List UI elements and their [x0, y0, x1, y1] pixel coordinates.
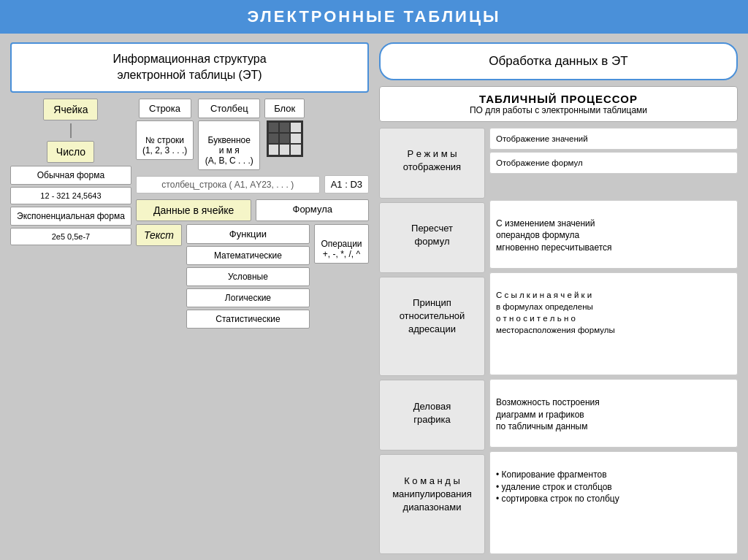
formula-box: Формула [256, 199, 369, 221]
range-label: А1 : D3 [331, 179, 362, 190]
funkcii-box: Функции [186, 224, 310, 244]
operacii-label: Операции +, -, *, /, ^ [321, 239, 362, 259]
blok-box: Блок [264, 99, 305, 118]
stolbec-box: Столбец [198, 99, 260, 118]
processor-box: ТАБЛИЧНЫЙ ПРОЦЕССОР ПО для работы с элек… [379, 86, 738, 122]
data-box: Данные в ячейке [136, 199, 252, 221]
obychnaya-example-label: 12 - 321 24,5643 [40, 191, 101, 200]
grid-cell-6 [290, 133, 301, 144]
delovaya-box: Деловая графика [379, 380, 485, 450]
exponential-example-box: 2е5 0,5е-7 [10, 228, 131, 245]
left-top-line2: электронной таблицы (ЭТ) [117, 69, 262, 81]
delovaya-label: Деловая графика [413, 401, 451, 425]
obychnaya-forma-label: Обычная форма [37, 170, 104, 180]
grid-icon [267, 120, 303, 157]
komandy-desc-box: • Копирование фрагментов • удаление стро… [489, 451, 738, 554]
komandy-label: К о м а н д ы манипулирования диапазонам… [392, 475, 472, 513]
obychnaya-example-box: 12 - 321 24,5643 [10, 187, 131, 204]
rezhimy-desc2-label: Отображение формул [496, 158, 583, 167]
addr-format-label: столбец_строка ( А1, АY23, . . . ) [161, 180, 294, 190]
exponential-forma-box: Экспоненциальная форма [10, 207, 131, 226]
komandy-box: К о м а н д ы манипулирования диапазонам… [379, 454, 485, 554]
statisticheskie-label: Статистические [215, 314, 280, 324]
math-label: Математические [214, 250, 282, 261]
princip-box: Принцип относительной адресации [379, 277, 485, 377]
math-box: Математические [186, 246, 310, 265]
right-top-label: Обработка данных в ЭТ [489, 54, 627, 68]
chislo-label: Число [56, 146, 85, 158]
uslovnye-box: Условные [186, 267, 310, 286]
rezhimy-label: Р е ж и м ы отображения [403, 148, 461, 172]
uslovnye-label: Условные [228, 272, 268, 282]
header-title: ЭЛЕКТРОННЫЕ ТАБЛИЦЫ [248, 7, 501, 26]
grid-cell-2 [279, 122, 290, 133]
right-top-box: Обработка данных в ЭТ [379, 42, 738, 80]
grid-cell-7 [268, 144, 279, 155]
grid-cell-5 [279, 133, 290, 144]
grid-cell-1 [268, 122, 279, 133]
pereschot-desc-box: С изменением значений операндов формула … [489, 200, 738, 269]
rezhimy-desc2-box: Отображение формул [489, 152, 738, 174]
data-label: Данные в ячейке [153, 204, 234, 216]
nomer-stroki-box: № строки (1, 2, 3 . . .) [136, 120, 194, 160]
right-panel: Обработка данных в ЭТ ТАБЛИЧНЫЙ ПРОЦЕССО… [379, 42, 738, 554]
grid-cell-9 [290, 144, 301, 155]
statisticheskie-box: Статистические [186, 310, 310, 329]
header: ЭЛЕКТРОННЫЕ ТАБЛИЦЫ [0, 0, 748, 34]
exponential-example-label: 2е5 0,5е-7 [52, 232, 91, 241]
rezhimy-box: Р е ж и м ы отображения [379, 128, 485, 199]
princip-label: Принцип относительной адресации [400, 297, 465, 334]
delovaya-desc-label: Возможность построения диаграмм и график… [496, 397, 600, 432]
range-box: А1 : D3 [324, 175, 369, 193]
tekst-box: Текст [136, 224, 182, 246]
funkcii-label: Функции [229, 229, 267, 239]
princip-desc-box: С с ы л к и н а я ч е й к и в формулах о… [489, 272, 738, 375]
pereschot-box: Пересчет формул [379, 202, 485, 273]
chislo-box: Число [47, 141, 94, 163]
pereschot-label: Пересчет формул [411, 223, 453, 247]
formula-label: Формула [293, 204, 332, 215]
yacheika-label: Ячейка [53, 104, 88, 115]
grid-cell-8 [279, 144, 290, 155]
grid-cell-4 [268, 133, 279, 144]
rezhimy-desc1-box: Отображение значений [489, 128, 738, 150]
bukv-imya-box: Буквенное и м я (А, В, С . . .) [198, 120, 260, 170]
komandy-desc-label: • Копирование фрагментов • удаление стро… [496, 469, 619, 505]
princip-desc-label: С с ы л к и н а я ч е й к и в формулах о… [496, 291, 615, 334]
left-panel: Информационная структура электронной таб… [10, 42, 369, 554]
logicheskie-label: Логические [225, 293, 271, 303]
processor-subtitle: ПО для работы с электронными таблицами [386, 105, 731, 115]
grid-cell-3 [290, 122, 301, 133]
logicheskie-box: Логические [186, 288, 310, 307]
operacii-box: Операции +, -, *, /, ^ [314, 224, 369, 264]
rezhimy-desc1-label: Отображение значений [496, 134, 588, 143]
bukv-imya-label: Буквенное и м я (А, В, С . . .) [205, 135, 253, 166]
stroka-label: Строка [149, 103, 180, 114]
left-top-box: Информационная структура электронной таб… [10, 42, 369, 93]
nomer-stroki-label: № строки (1, 2, 3 . . .) [142, 135, 187, 156]
yacheika-box: Ячейка [43, 99, 98, 120]
stolbec-label: Столбец [210, 103, 248, 114]
left-top-line1: Информационная структура [112, 53, 266, 65]
blok-label: Блок [274, 103, 295, 114]
exponential-forma-label: Экспоненциальная форма [17, 211, 125, 221]
processor-title: ТАБЛИЧНЫЙ ПРОЦЕССОР [386, 93, 731, 105]
pereschot-desc-label: С изменением значений операндов формула … [496, 218, 612, 253]
stroka-box: Строка [139, 99, 191, 118]
obychnaya-forma-box: Обычная форма [10, 166, 131, 185]
delovaya-desc-box: Возможность построения диаграмм и график… [489, 379, 738, 448]
tekst-label: Текст [144, 229, 174, 241]
addr-format-box: столбец_строка ( А1, АY23, . . . ) [136, 176, 320, 193]
